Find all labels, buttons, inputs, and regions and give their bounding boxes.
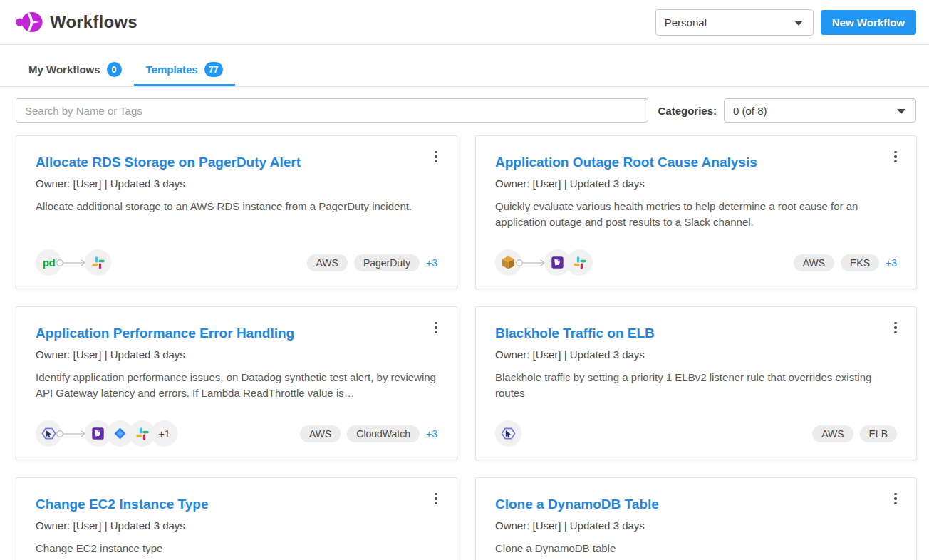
card-icons <box>495 249 593 276</box>
workflow-meta: Owner: [User] | Updated 3 days <box>36 348 437 361</box>
workflow-title-link[interactable]: Allocate RDS Storage on PagerDuty Alert <box>36 155 437 171</box>
card-icons: +1 <box>36 420 177 447</box>
card-footer: pd AWSPagerDuty+3 <box>36 249 437 276</box>
tab-my-workflows-label: My Workflows <box>28 63 100 76</box>
workflow-title-link[interactable]: Clone a DynamoDB Table <box>495 497 897 513</box>
flow-arrow-icon <box>515 258 548 268</box>
card-menu-button[interactable] <box>886 146 905 167</box>
workflow-card: Allocate RDS Storage on PagerDuty Alert … <box>16 135 457 289</box>
tag-chip: ELB <box>860 425 897 442</box>
workflow-card: Change EC2 Instance Type Owner: [User] |… <box>16 477 457 560</box>
workflow-grid: Allocate RDS Storage on PagerDuty Alert … <box>0 123 929 560</box>
tag-chip: EKS <box>841 254 879 271</box>
workflow-description: Change EC2 instance type <box>36 541 437 556</box>
tag-chip: AWS <box>794 254 834 271</box>
card-menu-button[interactable] <box>886 488 905 509</box>
card-tags: AWSELB <box>812 425 897 442</box>
flow-arrow-icon <box>56 258 88 268</box>
workflow-card: Application Performance Error Handling O… <box>16 306 457 460</box>
tab-my-workflows[interactable]: My Workflows 0 <box>16 56 134 86</box>
search-input[interactable] <box>16 98 648 123</box>
workflow-card: Blackhole Traffic on ELB Owner: [User] |… <box>475 306 917 460</box>
card-tags: AWSCloudWatch+3 <box>300 425 437 442</box>
action-icon-cluster: +1 <box>85 420 177 447</box>
tab-bar: My Workflows 0 Templates 77 <box>0 56 929 87</box>
workflow-title-link[interactable]: Change EC2 Instance Type <box>36 497 437 513</box>
workflow-meta: Owner: [User] | Updated 3 days <box>495 348 897 361</box>
card-tags: AWSEKS+3 <box>794 254 897 271</box>
workflow-meta: Owner: [User] | Updated 3 days <box>36 519 437 532</box>
tag-chip: AWS <box>812 425 853 442</box>
workflow-meta: Owner: [User] | Updated 3 days <box>495 519 897 532</box>
workflow-description: Quickly evaluate various health metrics … <box>495 199 897 230</box>
action-icon-cluster <box>544 249 593 276</box>
tab-my-workflows-count-badge: 0 <box>107 62 122 77</box>
workflow-description: Identify application performance issues,… <box>36 370 437 401</box>
workspace-dropdown-value: Personal <box>665 16 707 28</box>
workflow-meta: Owner: [User] | Updated 3 days <box>36 177 437 190</box>
card-icons <box>495 420 521 447</box>
card-footer: AWSEKS+3 <box>495 249 897 276</box>
workflow-card: Application Outage Root Cause Analysis O… <box>475 135 917 289</box>
card-footer: AWSELB <box>495 420 897 447</box>
more-icons-chip: +1 <box>151 420 177 447</box>
slack-icon <box>85 249 111 276</box>
new-workflow-button[interactable]: New Workflow <box>821 10 916 35</box>
workflow-description: Clone a DynamoDB table <box>495 541 897 556</box>
app-logo-icon <box>16 11 43 33</box>
workspace-dropdown[interactable]: Personal <box>655 9 814 36</box>
more-tags-link[interactable]: +3 <box>426 257 437 269</box>
workflow-title-link[interactable]: Application Outage Root Cause Analysis <box>495 155 897 171</box>
card-menu-button[interactable] <box>427 146 445 167</box>
chevron-down-icon <box>897 109 905 114</box>
card-footer: +1 AWSCloudWatch+3 <box>36 420 437 447</box>
hexagon-pointer-icon <box>495 420 521 447</box>
card-menu-button[interactable] <box>427 317 445 338</box>
card-menu-button[interactable] <box>886 317 905 338</box>
flow-arrow-icon <box>56 429 88 439</box>
workflow-description: Blackhole traffic by setting a priority … <box>495 370 897 401</box>
workflow-meta: Owner: [User] | Updated 3 days <box>495 177 897 190</box>
more-tags-link[interactable]: +3 <box>426 428 437 440</box>
workflow-description: Allocate additional storage to an AWS RD… <box>36 199 437 214</box>
action-icon-cluster <box>85 249 111 276</box>
card-icons: pd <box>36 249 111 276</box>
categories-dropdown[interactable]: 0 (of 8) <box>724 98 916 123</box>
slack-icon <box>566 249 593 276</box>
workflow-card: Clone a DynamoDB Table Owner: [User] | U… <box>475 477 917 560</box>
card-tags: AWSPagerDuty+3 <box>307 254 438 271</box>
tab-templates[interactable]: Templates 77 <box>134 56 235 86</box>
page-title: Workflows <box>50 12 137 32</box>
workflow-title-link[interactable]: Blackhole Traffic on ELB <box>495 326 897 342</box>
card-menu-button[interactable] <box>427 488 445 509</box>
tag-chip: CloudWatch <box>347 425 420 442</box>
categories-label: Categories: <box>658 105 717 117</box>
page-header: Workflows Personal New Workflow <box>0 0 929 45</box>
tag-chip: PagerDuty <box>354 254 420 271</box>
categories-dropdown-value: 0 (of 8) <box>733 105 767 117</box>
filter-bar: Categories: 0 (of 8) <box>0 87 929 123</box>
tab-templates-label: Templates <box>146 63 198 76</box>
tag-chip: AWS <box>307 254 348 271</box>
tag-chip: AWS <box>300 425 341 442</box>
more-tags-link[interactable]: +3 <box>886 257 897 269</box>
workflow-title-link[interactable]: Application Performance Error Handling <box>36 326 437 342</box>
tab-templates-count-badge: 77 <box>204 62 223 77</box>
chevron-down-icon <box>794 21 803 26</box>
